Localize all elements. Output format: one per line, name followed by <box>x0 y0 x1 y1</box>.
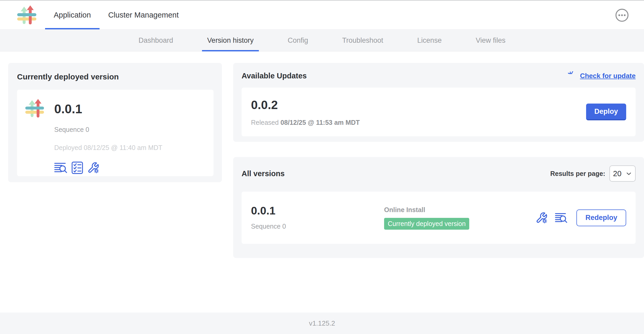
overflow-menu-button[interactable] <box>615 8 629 22</box>
refresh-icon <box>568 71 577 80</box>
deployed-version-actions <box>54 161 162 174</box>
all-versions-header: All versions Results per page: 20 <box>242 165 636 182</box>
app-header: Application Cluster Management <box>0 1 644 30</box>
currently-deployed-title: Currently deployed version <box>17 72 214 81</box>
all-versions-card: All versions Results per page: 20 0.0.1 … <box>233 157 644 258</box>
tab-dashboard[interactable]: Dashboard <box>133 30 178 51</box>
release-notes-search-icon <box>555 212 567 223</box>
row-edit-config-button[interactable] <box>536 212 548 224</box>
tab-version-history[interactable]: Version history <box>202 30 259 51</box>
tab-cluster-management[interactable]: Cluster Management <box>100 1 187 29</box>
chevron-down-icon <box>626 170 632 177</box>
main-content: Currently deployed version 0.0.1 Sequenc… <box>0 51 644 313</box>
tab-troubleshoot[interactable]: Troubleshoot <box>337 30 389 51</box>
released-prefix: Released <box>251 119 279 126</box>
available-updates-card: Available Updates Check for update 0.0.2… <box>233 63 644 142</box>
row-version-meta: 0.0.1 Sequence 0 <box>251 205 384 230</box>
available-update-row: 0.0.2 Released 08/12/25 @ 11:53 am MDT D… <box>242 88 636 136</box>
app-logo <box>17 1 37 29</box>
redeploy-button[interactable]: Redeploy <box>576 209 626 226</box>
tab-application[interactable]: Application <box>45 1 100 29</box>
update-released-line: Released 08/12/25 @ 11:53 am MDT <box>251 119 360 126</box>
check-for-update-link[interactable]: Check for update <box>568 71 636 80</box>
released-date: 08/12/25 @ 11:53 am MDT <box>281 119 360 126</box>
app-logo-icon <box>17 4 37 26</box>
update-version-meta: 0.0.2 Released 08/12/25 @ 11:53 am MDT <box>251 98 360 126</box>
tab-license[interactable]: License <box>412 30 447 51</box>
right-column: Available Updates Check for update 0.0.2… <box>233 63 644 258</box>
currently-deployed-card: Currently deployed version 0.0.1 Sequenc… <box>8 63 222 182</box>
release-notes-search-icon <box>54 162 67 174</box>
check-for-update-label: Check for update <box>580 72 636 80</box>
config-wrench-gear-icon <box>536 212 548 224</box>
deployed-version-number: 0.0.1 <box>54 103 162 115</box>
row-sequence: Sequence 0 <box>251 223 384 230</box>
tab-view-files[interactable]: View files <box>471 30 511 51</box>
install-type-label: Online Install <box>384 206 469 214</box>
results-per-page: Results per page: 20 <box>550 165 636 182</box>
row-version-number: 0.0.1 <box>251 205 384 216</box>
version-row: 0.0.1 Sequence 0 Online Install Currentl… <box>242 192 636 244</box>
deployed-sequence: Sequence 0 <box>54 126 162 133</box>
deploy-button[interactable]: Deploy <box>586 104 626 120</box>
row-release-notes-button[interactable] <box>555 212 567 223</box>
console-version: v1.125.2 <box>309 319 335 327</box>
results-per-page-select[interactable]: 20 <box>609 165 636 182</box>
preflight-checklist-icon <box>72 161 83 174</box>
results-per-page-label: Results per page: <box>550 170 605 177</box>
header-tabs: Application Cluster Management <box>45 1 187 29</box>
page-footer: v1.125.2 <box>0 313 644 334</box>
row-actions <box>536 212 567 224</box>
preflight-checks-button[interactable] <box>72 161 83 174</box>
admin-console-page: Application Cluster Management Dashboard… <box>0 0 644 334</box>
row-install-info: Online Install Currently deployed versio… <box>384 206 469 230</box>
app-logo-icon <box>25 98 45 120</box>
currently-deployed-badge: Currently deployed version <box>384 218 469 230</box>
update-version-number: 0.0.2 <box>251 98 360 112</box>
available-updates-title: Available Updates <box>242 72 307 80</box>
tab-config[interactable]: Config <box>282 30 313 51</box>
all-versions-title: All versions <box>242 169 285 178</box>
app-subnav: Dashboard Version history Config Trouble… <box>0 30 644 51</box>
config-wrench-gear-icon <box>87 162 99 174</box>
deployed-timestamp: Deployed 08/12/25 @ 11:40 am MDT <box>54 144 162 152</box>
deployed-version-meta: 0.0.1 Sequence 0 Deployed 08/12/25 @ 11:… <box>54 97 162 169</box>
available-updates-header: Available Updates Check for update <box>242 71 636 80</box>
results-per-page-value: 20 <box>613 169 621 178</box>
ellipsis-circle-icon <box>615 8 629 22</box>
release-notes-button[interactable] <box>54 162 67 174</box>
edit-config-button[interactable] <box>87 162 99 174</box>
currently-deployed-version-panel: 0.0.1 Sequence 0 Deployed 08/12/25 @ 11:… <box>17 90 214 176</box>
